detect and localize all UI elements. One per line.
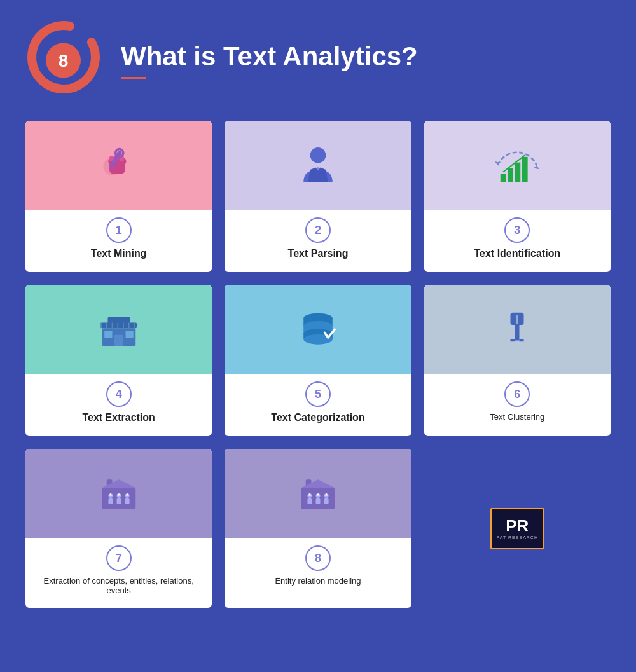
card-image-6 (424, 285, 611, 374)
card-badge-3: 3 (504, 217, 530, 243)
svg-rect-18 (107, 317, 130, 324)
pat-research-logo: PR PAT RESEARCH (490, 508, 544, 549)
card-text-parsing: 2 Text Parsing (225, 121, 411, 272)
card-text-clustering: 6 Text Clustering (424, 285, 611, 436)
pat-research-label: PAT RESEARCH (497, 535, 538, 540)
card-badge-5: 5 (305, 381, 331, 407)
card-text-identification: 3 Text Identification (424, 121, 611, 272)
card-label-2: Text Parsing (282, 248, 355, 259)
svg-rect-60 (307, 498, 312, 504)
card-label-7: Extraction of concepts, entities, relati… (25, 576, 212, 595)
card-label-4: Text Extraction (76, 412, 161, 423)
card-image-2 (225, 121, 411, 210)
concepts-icon (97, 471, 141, 516)
logo-badge-number: 8 (46, 43, 81, 78)
card-label-8: Entity relation modeling (268, 576, 367, 586)
svg-rect-13 (515, 163, 521, 182)
card-badge-6: 6 (504, 381, 530, 407)
svg-rect-11 (501, 174, 506, 182)
card-badge-8: 8 (305, 545, 331, 571)
svg-rect-22 (125, 331, 133, 338)
header-text-block: What is Text Analytics? (121, 41, 418, 79)
card-badge-4: 4 (106, 381, 132, 407)
card-image-5 (225, 285, 411, 374)
svg-rect-66 (324, 498, 329, 504)
extraction-icon (97, 307, 141, 352)
clustering-icon (495, 307, 539, 352)
card-text-mining: 1 Text Mining (25, 121, 212, 272)
header: 8 What is Text Analytics? (25, 19, 611, 102)
parsing-icon (296, 143, 340, 188)
card-text-categorization: 5 Text Categorization (225, 285, 411, 436)
card-image-8 (225, 449, 411, 538)
svg-rect-12 (508, 168, 513, 182)
cards-grid: 1 Text Mining 2 Text Parsing (25, 121, 611, 436)
card-label-1: Text Mining (85, 248, 153, 259)
svg-rect-21 (104, 331, 112, 338)
card-image-1 (25, 121, 212, 210)
svg-rect-50 (116, 498, 121, 504)
pr-logo-text: PR (506, 518, 529, 534)
card-badge-2: 2 (305, 217, 331, 243)
header-underline (121, 77, 146, 79)
page-title: What is Text Analytics? (121, 41, 418, 72)
card-image-3 (424, 121, 611, 210)
card-label-3: Text Identification (467, 248, 567, 259)
svg-rect-14 (522, 157, 528, 182)
card-label-6: Text Clustering (483, 412, 551, 422)
svg-point-9 (310, 147, 326, 163)
card-image-7 (25, 449, 212, 538)
card-entity-relation: 8 Entity relation modeling (225, 449, 411, 608)
card-concepts: 7 Extraction of concepts, entities, rela… (25, 449, 212, 608)
svg-rect-63 (315, 498, 320, 504)
svg-rect-53 (125, 498, 129, 504)
page-wrapper: 8 What is Text Analytics? (0, 0, 636, 672)
branding-area: PR PAT RESEARCH (424, 449, 611, 608)
identification-icon (495, 143, 539, 188)
categorization-icon (296, 307, 340, 352)
entity-icon (296, 471, 340, 516)
card-text-extraction: 4 Text Extraction (25, 285, 212, 436)
svg-rect-38 (515, 325, 520, 341)
mining-icon (97, 143, 141, 188)
svg-rect-47 (108, 498, 113, 504)
svg-marker-16 (534, 165, 540, 169)
logo-container: 8 (25, 19, 108, 102)
card-badge-7: 7 (106, 545, 132, 571)
card-badge-1: 1 (106, 217, 132, 243)
card-label-5: Text Categorization (265, 412, 371, 423)
card-image-4 (25, 285, 212, 374)
bottom-row: 7 Extraction of concepts, entities, rela… (25, 449, 611, 608)
svg-rect-20 (114, 335, 123, 346)
